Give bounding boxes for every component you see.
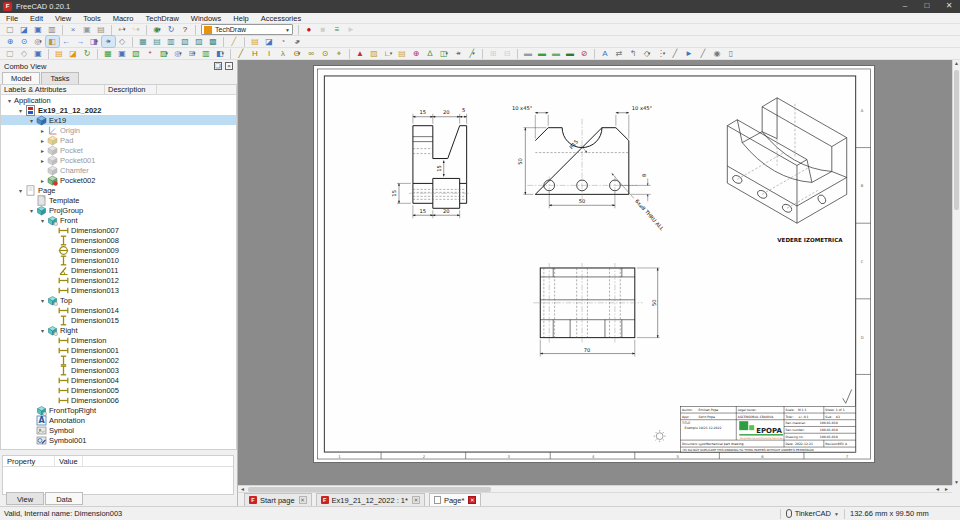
tree-item-dimension003[interactable]: Dimension003 — [1, 365, 236, 375]
drawing-sheet[interactable]: A B C D 1 2 3 4 5 6 7 — [313, 65, 875, 463]
document-folder-icon[interactable]: ◪ — [263, 36, 276, 47]
column-labels-attributes[interactable]: Labels & Attributes — [1, 85, 105, 94]
view-left-icon[interactable]: ▩ — [207, 36, 220, 47]
tree-item-dimension001[interactable]: Dimension001 — [1, 345, 236, 355]
menu-help[interactable]: Help — [227, 13, 254, 24]
tree-item-annotation[interactable]: AAnnotation — [1, 415, 236, 425]
tab-model[interactable]: Model — [2, 72, 40, 84]
change-line-appearance-icon[interactable]: ╱▾ — [466, 48, 479, 59]
maximize-button[interactable]: □ — [916, 0, 938, 13]
tree-item-dimension005[interactable]: Dimension005 — [1, 385, 236, 395]
stack-top-icon[interactable]: ▬ — [522, 48, 535, 59]
tree-item-application[interactable]: ▾Application — [1, 95, 236, 105]
column-value[interactable]: Value — [55, 456, 83, 466]
axo-length-dimension-icon[interactable]: ∆ — [424, 48, 437, 59]
expand-icon[interactable]: ▸ — [38, 127, 47, 134]
dim-vertical-icon[interactable]: Ι — [263, 48, 276, 59]
insert-draft-view-icon[interactable]: ⊞▾ — [186, 48, 199, 59]
tab-document[interactable]: F Ex19_21_12_2022 : 1* ✕ — [316, 493, 425, 506]
column-property[interactable]: Property — [3, 456, 55, 466]
expand-icon[interactable]: ▸ — [38, 137, 47, 144]
dim-diameter-icon[interactable]: Θ▾ — [291, 48, 304, 59]
collapse-icon[interactable]: ▾ — [27, 117, 36, 124]
tree-item-ex19_21_12_2022[interactable]: ▾Ex19_21_12_2022 — [1, 105, 236, 115]
export-page-dxf-icon[interactable]: ◇ — [18, 48, 31, 59]
position-views-icon[interactable]: ╱ — [697, 48, 710, 59]
save-file-icon[interactable]: ▣ — [32, 24, 45, 35]
customize-format-icon[interactable]: ► — [683, 48, 696, 59]
collapse-icon[interactable]: ▾ — [27, 207, 36, 214]
collapse-icon[interactable]: ▾ — [38, 327, 47, 334]
tree-item-chamfer[interactable]: Chamfer — [1, 165, 236, 175]
expand-icon[interactable]: ▸ — [38, 177, 47, 184]
gear-symbol[interactable] — [654, 430, 666, 442]
recompute-icon[interactable]: ◉▾ — [151, 24, 164, 35]
undo-icon[interactable]: ↩▾ — [116, 24, 129, 35]
view-front-icon[interactable]: ▦ — [137, 36, 150, 47]
paste-icon[interactable]: ▤ — [95, 24, 108, 35]
insert-spreadsheet-view-icon[interactable]: ▥ — [200, 48, 213, 59]
macro-stop-icon[interactable]: ■ — [317, 24, 330, 35]
dimension-side-bottom[interactable]: 15 20 — [413, 205, 460, 218]
tree-item-pad[interactable]: ▸Pad — [1, 135, 236, 145]
menu-tools[interactable]: Tools — [77, 13, 107, 24]
tree-item-dimension[interactable]: Dimension — [1, 335, 236, 345]
tree-item-projgroup[interactable]: ▾ProjGroup — [1, 205, 236, 215]
insert-multiview-icon[interactable]: * — [144, 48, 157, 59]
geometric-hatch-icon[interactable]: ▨ — [368, 48, 381, 59]
tab-start-page[interactable]: F Start page ✕ — [244, 493, 312, 506]
drawing-canvas[interactable]: A B C D 1 2 3 4 5 6 7 — [238, 60, 952, 485]
close-panel-icon[interactable]: × — [225, 62, 233, 70]
view-top-icon[interactable]: ▤ — [151, 36, 164, 47]
leader-holes[interactable]: 6x⌀8 THRU ALL — [612, 173, 665, 231]
lock-view-icon[interactable]: ▯ — [725, 48, 738, 59]
tree-item-right[interactable]: ▾Right — [1, 325, 236, 335]
zoom-tools-icon[interactable]: ⌖▾ — [102, 36, 115, 47]
tree-item-dimension004[interactable]: Dimension004 — [1, 375, 236, 385]
cascade-dims-icon[interactable]: ╱ — [669, 48, 682, 59]
draw-style-icon[interactable]: ◎▾ — [32, 36, 45, 47]
hole-shaft-fit-icon[interactable]: ⊞ — [487, 48, 500, 59]
tree-item-dimension008[interactable]: Dimension008 — [1, 235, 236, 245]
view-isometric-icon[interactable]: ◧ — [46, 36, 59, 47]
add-centerlines-icon[interactable]: ◉ — [711, 48, 724, 59]
clipboard-copy-style-icon[interactable]: ◔ — [277, 36, 290, 47]
dimension-side-top[interactable]: 15 20 5 — [413, 107, 467, 123]
collapse-icon[interactable]: ▾ — [16, 107, 25, 114]
tree-item-dimension002[interactable]: Dimension002 — [1, 355, 236, 365]
tree-item-dimension009[interactable]: Dimension009 — [1, 245, 236, 255]
close-tab-icon[interactable]: ✕ — [468, 496, 476, 504]
macro-play-icon[interactable]: ► — [345, 24, 358, 35]
tab-view[interactable]: View — [6, 492, 44, 505]
refresh-icon[interactable]: ↻ — [165, 24, 178, 35]
export-page-svg-icon[interactable]: ▢ — [4, 48, 17, 59]
new-file-icon[interactable]: ▢ — [4, 24, 17, 35]
measure-distance-icon[interactable]: ╱ — [228, 36, 241, 47]
insert-detail-view-icon[interactable]: ◎▾ — [172, 48, 185, 59]
column-description[interactable]: Description — [105, 85, 157, 94]
navigation-style-selector[interactable]: TinkerCAD ▼ — [786, 509, 839, 518]
insert-active-view-icon[interactable]: ▣ — [116, 48, 129, 59]
dim-horizontal-icon[interactable]: Η — [249, 48, 262, 59]
stack-down-icon[interactable]: ▬ — [550, 48, 563, 59]
update-page-icon[interactable]: ↻ — [81, 48, 94, 59]
menu-techdraw[interactable]: TechDraw — [140, 13, 185, 24]
tree-item-pocket001[interactable]: ▸Pocket001 — [1, 155, 236, 165]
view-right[interactable]: 15 20 5 15 15 — [391, 107, 471, 218]
menu-accessories[interactable]: Accessories — [255, 13, 307, 24]
whats-this-icon[interactable]: ? — [179, 24, 192, 35]
menu-windows[interactable]: Windows — [185, 13, 227, 24]
dim-landmark-icon[interactable]: ⌖ — [333, 48, 346, 59]
collapse-icon[interactable]: ▾ — [38, 297, 47, 304]
close-tab-icon[interactable]: ✕ — [412, 496, 420, 504]
dim-angle-icon[interactable]: λ — [277, 48, 290, 59]
view-right-icon[interactable]: ▥ — [165, 36, 178, 47]
select-line-attributes-icon[interactable]: ◇▾ — [641, 48, 654, 59]
open-file-icon[interactable]: ◪ — [18, 24, 31, 35]
tab-tasks[interactable]: Tasks — [41, 72, 78, 84]
vertical-scroll-thumb[interactable] — [954, 70, 959, 210]
tree-item-symbol[interactable]: Symbol — [1, 425, 236, 435]
tree-item-dimension006[interactable]: Dimension006 — [1, 395, 236, 405]
surface-finish-symbol[interactable] — [843, 389, 852, 403]
hatch-region-icon[interactable]: ▲ — [354, 48, 367, 59]
